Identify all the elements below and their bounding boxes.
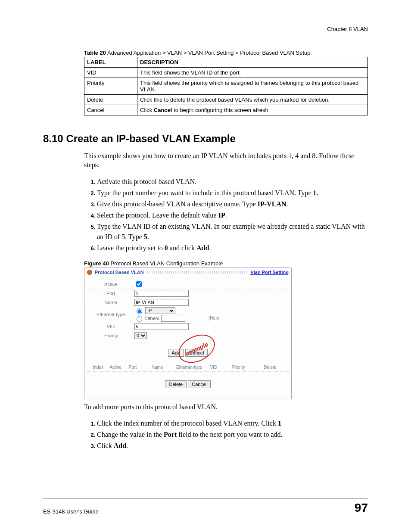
table20: LABEL DESCRIPTION VID This field shows t… <box>84 57 368 115</box>
window-dot-icon <box>87 270 92 275</box>
titlebar-spacer <box>147 271 247 274</box>
vlan-port-setting-link[interactable]: Vlan Port Setting <box>250 270 289 275</box>
table20-caption-text: Advanced Application > VLAN > VLAN Port … <box>106 50 310 56</box>
col-port: Port <box>124 365 141 370</box>
gui-titlebar: Protocol Based VLAN Vlan Port Setting <box>84 268 291 277</box>
steps-list-1: Activate this protocol based VLAN. Type … <box>84 177 368 253</box>
list-item: Select the protocol. Leave the default v… <box>97 210 368 221</box>
list-item: Click Add. <box>97 441 368 451</box>
etype-select[interactable]: IP <box>145 307 175 314</box>
list-item: Change the value in the Port field to th… <box>97 429 368 440</box>
label-vid: VID <box>87 324 134 329</box>
hex-label: (Hex) <box>209 316 219 320</box>
chapter-header: Chapter 8 VLAN <box>43 26 368 32</box>
figure40-caption: Figure 40 Protocol Based VLAN Configurat… <box>84 260 368 267</box>
etype-others-radio[interactable] <box>137 316 142 322</box>
cell-desc: Click Cancel to begin configuring this s… <box>137 105 368 115</box>
vid-input[interactable] <box>134 323 189 330</box>
add-button[interactable]: Add <box>168 349 184 357</box>
table-row: VID This field shows the VLAN ID of the … <box>84 68 368 78</box>
list-item: Click the index number of the protocol b… <box>97 418 368 429</box>
cancel-button-2[interactable]: Cancel <box>188 380 210 388</box>
col-delete: Delete <box>254 365 286 370</box>
cancel-button[interactable]: Cancel <box>185 349 208 357</box>
col-index: Index <box>90 365 107 370</box>
col-active: Active <box>107 365 124 370</box>
label-active: Active <box>87 282 134 287</box>
list-item: Type the port number you want to include… <box>97 188 368 198</box>
figure40-caption-num: Figure 40 <box>84 260 109 267</box>
label-port: Port <box>87 291 134 296</box>
gui-window: Protocol Based VLAN Vlan Port Setting Ac… <box>84 268 292 399</box>
steps-list-2: Click the index number of the protocol b… <box>84 418 368 451</box>
col-name: Name <box>141 365 173 370</box>
label-ethernet-type: Ethernet-type <box>87 312 134 317</box>
page-footer: ES-3148 User's Guide 97 <box>43 498 368 515</box>
col-priority: Priority <box>222 365 254 370</box>
gui-form: Active Port Name Ethernet-type IP <box>84 277 291 358</box>
gui-button-row-2: Delete Cancel <box>84 380 291 388</box>
port-input[interactable] <box>134 290 189 297</box>
cell-label: Delete <box>84 95 137 105</box>
cell-desc: This field shows the priority which is a… <box>137 78 368 95</box>
table-row: Delete Click this to delete the protocol… <box>84 95 368 105</box>
gui-list-header: Index Active Port Name Ethernet-type VID… <box>87 363 289 372</box>
name-input[interactable] <box>134 299 189 306</box>
table20-caption: Table 20 Advanced Application > VLAN > V… <box>84 50 368 56</box>
list-item: Give this protocol-based VLAN a descript… <box>97 199 368 209</box>
gui-button-row: example Add Cancel <box>87 349 289 357</box>
intro-paragraph: This example shows you how to create an … <box>84 152 368 170</box>
cell-label: Priority <box>84 78 137 95</box>
col-etype: Ethernet-type <box>173 365 205 370</box>
table-row: Cancel Click Cancel to begin configuring… <box>84 105 368 115</box>
cell-label: VID <box>84 68 137 78</box>
table-row: Priority This field shows the priority w… <box>84 78 368 95</box>
page-number: 97 <box>355 501 368 515</box>
col-vid: VID <box>205 365 222 370</box>
priority-select[interactable]: 0 <box>134 332 147 339</box>
list-item: Activate this protocol based VLAN. <box>97 177 368 187</box>
after-figure-text: To add more ports to this protocol based… <box>84 403 368 412</box>
list-item: Leave the priority set to 0 and click Ad… <box>97 243 368 253</box>
gui-separator <box>87 358 289 363</box>
active-checkbox[interactable] <box>136 281 142 287</box>
cell-desc: Click this to delete the protocol based … <box>137 95 368 105</box>
footer-guide: ES-3148 User's Guide <box>43 508 99 515</box>
others-label: Others <box>145 316 159 321</box>
etype-ip-radio[interactable] <box>137 308 142 314</box>
gui-title: Protocol Based VLAN <box>95 270 144 275</box>
table20-head-label: LABEL <box>84 57 137 68</box>
table20-head-desc: DESCRIPTION <box>137 57 368 68</box>
cell-label: Cancel <box>84 105 137 115</box>
figure40-caption-text: Protocol Based VLAN Configuration Exampl… <box>109 260 223 267</box>
section-heading: 8.10 Create an IP-based VLAN Example <box>43 133 368 145</box>
table20-caption-num: Table 20 <box>84 50 106 56</box>
label-priority: Priority <box>87 333 134 338</box>
delete-button[interactable]: Delete <box>165 380 187 388</box>
others-input[interactable] <box>161 315 185 322</box>
label-name: Name <box>87 300 134 305</box>
list-item: Type the VLAN ID of an existing VLAN. In… <box>97 221 368 242</box>
cell-desc: This field shows the VLAN ID of the port… <box>137 68 368 78</box>
